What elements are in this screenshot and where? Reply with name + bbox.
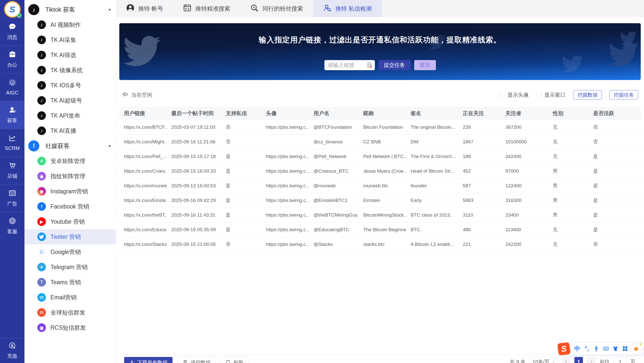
rail-item-ads[interactable]: ADS 广告 — [0, 184, 24, 212]
menu-item[interactable]: ♪ TK AI超级号 — [24, 93, 116, 108]
mine-task-button[interactable]: 挖掘任务 — [609, 90, 638, 100]
cell-nickname: Pell Network | BTC... — [359, 154, 406, 159]
menu-item-label: Tiktok 获客 — [45, 6, 75, 14]
cell-following: 1867 — [458, 139, 501, 145]
menu-item[interactable]: f Facebook 营销 — [24, 199, 116, 214]
table-row[interactable]: https://x.com/Croes... 2025-09-15 16:00:… — [119, 164, 641, 178]
rail-item-recharge[interactable]: 充值 — [0, 338, 24, 363]
rail-item-lead-gen[interactable]: 获客 — [0, 101, 24, 129]
rail-item-aigc[interactable]: AI AIGC — [0, 73, 24, 101]
menu-item[interactable]: ▶ Youtube 营销 — [24, 214, 116, 229]
table-row[interactable]: https://x.com/Einste... 2025-09-16 09:42… — [119, 193, 641, 208]
ime-punctuation-mode[interactable]: °, — [582, 345, 592, 352]
cell-gender: 无 — [548, 124, 589, 131]
emoji-sticker-icon[interactable] — [631, 343, 641, 354]
cart-icon — [9, 162, 16, 170]
menu-item[interactable]: ▣ RCS短信群发 — [24, 320, 116, 335]
tab-label: 推特 帐号 — [138, 5, 163, 13]
menu-item[interactable]: ◉ 指纹矩阵管理 — [24, 169, 116, 184]
cell-last-post-time: 2025-09-16 09:42:29 — [167, 198, 221, 203]
menu-item[interactable]: ♪ TK 镜像系统 — [24, 63, 116, 78]
rail-item-support[interactable]: AI 客服 — [0, 212, 24, 240]
menu-item[interactable]: Twitter 营销 — [24, 229, 116, 244]
show-avatar-checkbox[interactable]: 显示头像 — [499, 91, 529, 98]
ime-language-mode[interactable]: 中 — [572, 345, 582, 353]
menu-item[interactable]: ♪ AI 视频制作 — [24, 17, 116, 32]
table-row[interactable]: https://x.com/Might... 2025-09-16 11:21:… — [119, 135, 641, 149]
show-window-checkbox[interactable]: 显示窗口 — [536, 91, 566, 98]
menu-item[interactable]: ◉ Instagram营销 — [24, 184, 116, 199]
rail-item-office[interactable]: 办公 — [0, 45, 24, 73]
menu-item[interactable]: ♪ TK AI采集 — [24, 32, 116, 47]
tab-twitter-accounts[interactable]: 推特 帐号 — [116, 0, 173, 17]
refresh-button[interactable]: 刷新 — [220, 357, 248, 363]
rail-item-scrm[interactable]: SCRM — [0, 129, 24, 157]
menu-item[interactable]: ♪ TK AI筛选 — [24, 47, 116, 63]
import-links-icon[interactable] — [366, 62, 373, 68]
cell-dm-supported: 否 — [221, 124, 262, 131]
checkbox-box[interactable] — [536, 92, 541, 97]
mine-data-button[interactable]: 挖掘数据 — [573, 90, 602, 100]
table-row[interactable]: https://x.com/theBT... 2025-09-16 11:43:… — [119, 208, 641, 222]
tab-dm-detection[interactable]: 推特 私信检测 — [313, 0, 382, 17]
clear-data-button[interactable]: 清空数据 — [178, 357, 215, 363]
rail-item-messages[interactable]: 消息 — [0, 18, 24, 45]
menu-item[interactable]: G Google营销 — [24, 244, 116, 260]
menu-item-icon: ♪ — [37, 126, 46, 135]
reset-button[interactable]: 重置 — [414, 60, 436, 70]
menu-item[interactable]: A 安卓矩阵管理 — [24, 153, 116, 169]
tab-precise-search[interactable]: 推特精准搜索 — [173, 0, 240, 17]
checkbox-box[interactable] — [499, 92, 505, 97]
rail-item-label: 客服 — [7, 228, 17, 235]
table-body: https://x.com/BTCF... 2025-03-07 19:11:0… — [119, 120, 641, 252]
tab-competitor-fans-search[interactable]: 同行的粉丝搜索 — [240, 0, 313, 17]
prev-page-button[interactable]: ‹ — [562, 357, 570, 363]
cell-nickname: stacks.btc — [359, 242, 406, 247]
ime-bar: 中 °, — [568, 342, 644, 355]
keyboard-icon[interactable] — [601, 346, 611, 352]
microphone-icon[interactable] — [592, 346, 601, 352]
cell-avatar-url: https://pbs.twimg.c... — [262, 227, 309, 232]
menu-item-label: 全球短信群发 — [50, 309, 85, 317]
menu-item[interactable]: ♪ TK IOS多号 — [24, 78, 116, 93]
menu-item[interactable]: f 社媒获客 — [24, 138, 116, 153]
table-row[interactable]: https://x.com/Educa... 2025-09-15 05:35:… — [119, 222, 641, 237]
banner-title: 输入指定用户链接，过滤出是否开通私信和活跃功能，提取精准线索。 — [119, 35, 641, 45]
menu-item-label: TK AI采集 — [50, 36, 76, 44]
menu-item[interactable]: ♪ Tiktok 获客 — [24, 2, 116, 17]
rail-item-label: 获客 — [7, 117, 17, 124]
cell-avatar-url: https://pbs.twimg.c... — [262, 168, 309, 174]
menu-item[interactable]: ✉ 全球短信群发 — [24, 305, 116, 320]
skin-shirt-icon[interactable] — [611, 346, 620, 352]
rail-item-shop[interactable]: 店铺 — [0, 157, 24, 184]
next-page-button[interactable]: › — [587, 357, 596, 363]
menu-item[interactable]: T Teams 营销 — [24, 275, 116, 290]
app-logo: S — [4, 1, 21, 18]
submit-task-button[interactable]: 提交任务 — [378, 60, 411, 70]
toolbox-grid-icon[interactable] — [620, 346, 630, 352]
download-all-button[interactable]: 下载所有数据 — [124, 357, 173, 363]
cell-is-active: 是 — [589, 153, 641, 160]
menu-item[interactable]: ♪ TK API发布 — [24, 108, 116, 123]
cell-dm-supported: 是 — [221, 197, 262, 204]
table-row[interactable]: https://x.com/Pell_... 2025-09-15 15:17:… — [119, 149, 641, 164]
cell-last-post-time: 2025-09-15 21:00:05 — [167, 242, 221, 247]
table-row[interactable]: https://x.com/Stacks 2025-09-15 21:00:05… — [119, 237, 641, 252]
cell-user-link: https://x.com/BTCF... — [119, 124, 167, 130]
current-page-button[interactable]: 1 — [574, 357, 583, 363]
cell-is-active: 是 — [589, 168, 641, 174]
cell-followers: 367200 — [501, 124, 548, 130]
menu-item[interactable]: ✉ Email营销 — [24, 290, 116, 305]
table-row[interactable]: https://x.com/muneeb 2025-09-13 16:00:53… — [119, 178, 641, 193]
table-row[interactable]: https://x.com/BTCF... 2025-03-07 19:11:0… — [119, 120, 641, 135]
menu-item-icon: G — [37, 248, 46, 256]
sogou-logo[interactable]: S — [557, 342, 570, 355]
menu-item-label: TK AI筛选 — [50, 51, 76, 59]
page-size-select[interactable]: 10条/页 — [529, 357, 558, 363]
menu-item[interactable]: ✈ Telegram 营销 — [24, 260, 116, 275]
menu-item[interactable]: ♪ TK AI直播 — [24, 123, 116, 138]
menu-item-icon: ✉ — [37, 308, 46, 317]
status-text: 当前空闲 — [131, 91, 152, 98]
chart-line-icon — [9, 134, 16, 143]
goto-page-input[interactable] — [614, 357, 626, 363]
